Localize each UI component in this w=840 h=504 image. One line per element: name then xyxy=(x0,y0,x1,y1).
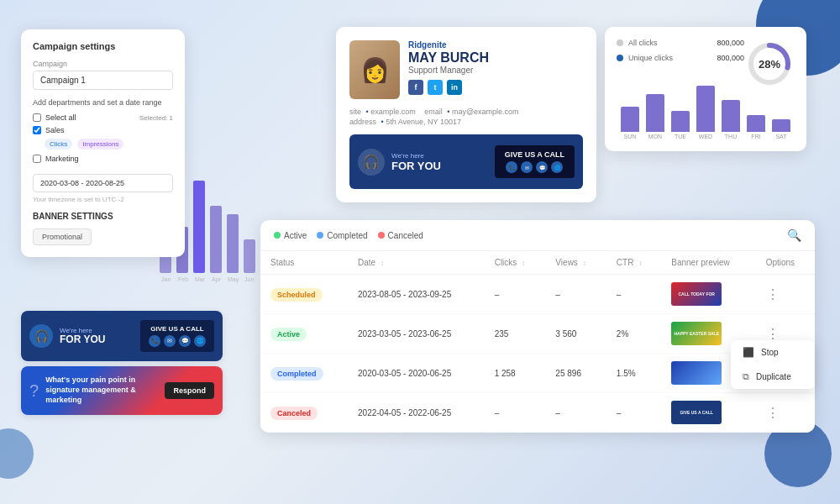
sig-company: Ridgenite xyxy=(408,40,489,50)
unique-clicks-label: Unique clicks xyxy=(628,54,673,62)
unique-clicks-row: Unique clicks 800,000 xyxy=(617,54,744,62)
timezone-note: Your timezone is set to UTC -2 xyxy=(33,196,173,203)
campaign-input[interactable] xyxy=(33,71,173,90)
main-container: Campaign settings Campaign Add departmen… xyxy=(0,0,840,504)
marketing-checkbox[interactable] xyxy=(33,155,41,163)
col-clicks: Clicks ↕ xyxy=(485,251,546,275)
all-clicks-value: 800,000 xyxy=(717,39,744,47)
table-row: Canceled 2022-04-05 - 2022-06-25 – – – G… xyxy=(260,393,815,433)
campaign-label: Campaign xyxy=(33,60,173,68)
canceled-dot xyxy=(378,232,385,239)
facebook-icon[interactable]: f xyxy=(408,80,423,95)
avatar-emoji: 👩 xyxy=(360,56,390,84)
row1-options: ⋮ xyxy=(756,275,815,314)
twitter-icon[interactable]: t xyxy=(428,80,443,95)
select-all-row: Select all Selected: 1 xyxy=(33,113,173,122)
social-icons: f t in xyxy=(408,80,489,95)
respond-button[interactable]: Respond xyxy=(165,382,214,399)
active-dot xyxy=(274,232,281,239)
table-header: Active Completed Canceled 🔍 xyxy=(260,220,815,251)
sig-phone-row: 📞 ✉ 💬 🌐 xyxy=(505,161,564,173)
row3-views: 25 896 xyxy=(545,354,606,393)
options-btn-4[interactable]: ⋮ xyxy=(766,406,780,420)
active-label: Active xyxy=(284,231,307,240)
bar-sun-fill xyxy=(621,107,639,132)
options-btn-2[interactable]: ⋮ xyxy=(766,327,780,341)
banner-settings-label: BANNER SETTINGS xyxy=(33,212,173,221)
legend-active: Active xyxy=(274,231,307,240)
banner-thumb-2: HAPPY EASTER SALE xyxy=(671,322,722,345)
phone-icon-2: ✉ xyxy=(164,335,176,347)
sig-info: Ridgenite MAY BURCH Support Manager f t … xyxy=(408,40,489,99)
sig-name: MAY BURCH xyxy=(408,50,489,66)
sig-were-here: We're here xyxy=(391,152,488,160)
svg-text:Mar: Mar xyxy=(195,276,206,282)
sales-checkbox[interactable] xyxy=(33,126,41,134)
banner-thumb-3 xyxy=(671,361,722,385)
bar-sat: SAT xyxy=(772,119,790,139)
signature-card: 👩 Ridgenite MAY BURCH Support Manager f … xyxy=(336,27,596,202)
svg-rect-7 xyxy=(193,181,205,273)
sig-title: Support Manager xyxy=(408,66,489,75)
donut-percent-label: 28% xyxy=(759,58,780,71)
linkedin-icon[interactable]: in xyxy=(447,80,462,95)
bar-sun-label: SUN xyxy=(624,134,637,139)
row4-options: ⋮ xyxy=(756,393,815,433)
bar-mon: MON xyxy=(646,94,664,139)
bar-sat-label: SAT xyxy=(775,134,786,139)
duplicate-menu-item[interactable]: ⧉ Duplicate xyxy=(731,365,815,389)
row4-ctr: – xyxy=(606,393,661,433)
svg-text:Feb: Feb xyxy=(178,276,188,282)
search-icon[interactable]: 🔍 xyxy=(787,228,801,242)
stop-icon: ⬛ xyxy=(743,347,754,358)
donut-chart: 28% xyxy=(744,39,795,89)
bar-tue-fill xyxy=(671,111,690,132)
stop-label: Stop xyxy=(761,348,779,357)
banner-text-left: We're here FOR YOU xyxy=(60,327,134,345)
row3-status: Completed xyxy=(260,354,348,393)
sig-header: 👩 Ridgenite MAY BURCH Support Manager f … xyxy=(349,40,583,99)
sig-banner-text: We're here FOR YOU xyxy=(391,152,488,172)
sig-call-title: GIVE US A CALL xyxy=(505,150,564,159)
sig-phone-dot-3: 💬 xyxy=(536,161,548,173)
col-options: Options xyxy=(756,251,815,275)
date-input[interactable] xyxy=(33,174,173,192)
select-all-label: Select all xyxy=(45,113,76,122)
canceled-label: Canceled xyxy=(388,231,423,240)
bar-wed-fill xyxy=(696,86,715,132)
stop-menu-item[interactable]: ⬛ Stop xyxy=(731,340,815,365)
banner-colorful-bg: ? What's your pain point in signature ma… xyxy=(21,366,223,415)
email-label: email xyxy=(424,108,443,116)
row4-status: Canceled xyxy=(260,393,348,433)
svg-rect-10 xyxy=(244,239,255,273)
row4-views: – xyxy=(545,393,606,433)
options-btn-1[interactable]: ⋮ xyxy=(766,287,780,302)
analytics-stats: All clicks 800,000 Unique clicks 800,000 xyxy=(617,39,744,69)
promotional-button[interactable]: Promotional xyxy=(33,228,92,245)
select-all-checkbox[interactable] xyxy=(33,113,41,122)
sig-phone-dot-1: 📞 xyxy=(506,161,517,173)
headset-icon: 🎧 xyxy=(29,324,53,348)
bar-thu-fill xyxy=(722,100,740,132)
active-badge: Active xyxy=(270,328,307,341)
for-you-text: FOR YOU xyxy=(60,334,134,345)
row1-status: Scheduled xyxy=(260,275,348,314)
bar-sun: SUN xyxy=(621,107,639,139)
call-text: GIVE US A CALL xyxy=(149,325,206,333)
selected-badge: Selected: 1 xyxy=(139,114,173,122)
bar-thu-label: THU xyxy=(725,134,737,139)
row2-clicks: 235 xyxy=(485,314,546,354)
svg-text:May: May xyxy=(228,276,239,283)
marketing-label: Marketing xyxy=(45,155,79,163)
unique-clicks-dot xyxy=(617,55,623,61)
all-clicks-row: All clicks 800,000 xyxy=(617,39,744,47)
call-box: GIVE US A CALL 📞 ✉ 💬 🌐 xyxy=(140,320,214,352)
bar-fri-label: FRI xyxy=(751,134,760,139)
duplicate-icon: ⧉ xyxy=(743,371,749,382)
email-value: may@example.com xyxy=(452,108,519,116)
unique-clicks-value: 800,000 xyxy=(717,54,744,62)
decorative-blob-left xyxy=(0,428,34,479)
col-banner: Banner preview xyxy=(661,251,755,275)
col-views: Views ↕ xyxy=(545,251,606,275)
svg-rect-8 xyxy=(210,206,222,273)
